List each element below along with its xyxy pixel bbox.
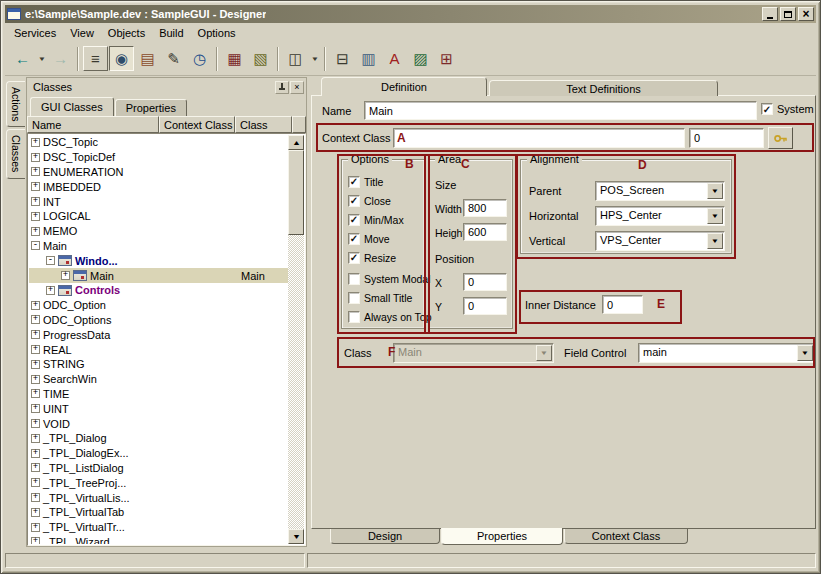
tree-row-dsc-topicdef[interactable]: +DSC_TopicDef [29, 150, 288, 165]
tree-row-main[interactable]: +MainMain [29, 268, 288, 283]
combo-view-button-dropdown[interactable]: ▼ [309, 46, 320, 71]
system-checkbox-box[interactable]: ✓ [761, 103, 773, 115]
vertical-combo-button[interactable]: ▼ [707, 233, 723, 249]
expand-icon[interactable]: + [31, 537, 40, 544]
checkbox-box[interactable]: ✓ [348, 233, 360, 245]
tree-row-string[interactable]: +STRING [29, 357, 288, 372]
tree-row-odc-option[interactable]: +ODC_Option [29, 298, 288, 313]
tree-row-time[interactable]: +TIME [29, 387, 288, 402]
expand-icon[interactable]: + [31, 301, 40, 310]
expand-icon[interactable]: + [31, 197, 40, 206]
new-form-button[interactable]: ▧ [248, 46, 273, 71]
checkbox-box[interactable]: ✓ [348, 252, 360, 264]
expand-icon[interactable]: + [31, 508, 40, 517]
expand-icon[interactable]: + [31, 523, 40, 532]
expand-icon[interactable]: + [31, 345, 40, 354]
window-list-button[interactable]: ▦ [222, 46, 247, 71]
tab-properties[interactable]: Properties [115, 99, 187, 116]
title-bar[interactable]: e:\Sample\Sample.dev : SampleGUI - Desig… [5, 5, 816, 23]
expand-icon[interactable]: + [31, 167, 40, 176]
width-input[interactable] [463, 199, 507, 217]
world-button[interactable]: ◷ [187, 46, 212, 71]
panel-close-button[interactable]: × [290, 81, 304, 94]
tab-definition[interactable]: Definition [321, 77, 487, 96]
scroll-up-button[interactable]: ▲ [288, 135, 304, 150]
library-button[interactable]: ▤ [135, 46, 160, 71]
side-tab-classes[interactable]: Classes [6, 129, 25, 179]
checkbox-box[interactable]: ✓ [348, 176, 360, 188]
expand-icon[interactable]: + [31, 463, 40, 472]
tree-row-dsc-topic[interactable]: +DSC_Topic [29, 135, 288, 150]
edit-definition-button[interactable]: ✎ [161, 46, 186, 71]
checkbox-box[interactable] [348, 273, 360, 285]
tree-row-progressdata[interactable]: +ProgressData [29, 327, 288, 342]
expand-icon[interactable]: + [31, 493, 40, 502]
expand-icon[interactable]: + [46, 286, 55, 295]
tree-row-main[interactable]: -Main [29, 239, 288, 254]
expand-icon[interactable]: + [31, 227, 40, 236]
parent-combo-button[interactable]: ▼ [707, 183, 723, 199]
expand-icon[interactable]: + [31, 434, 40, 443]
expand-icon[interactable]: + [31, 153, 40, 162]
collapse-icon[interactable]: - [46, 256, 55, 265]
context-class-key-button[interactable] [768, 127, 793, 149]
tab-properties[interactable]: Properties [441, 528, 563, 545]
checkbox-box[interactable]: ✓ [348, 214, 360, 226]
tree-row-uint[interactable]: +UINT [29, 401, 288, 416]
combo-view-button[interactable]: ◫ [283, 46, 308, 71]
menu-item-build[interactable]: Build [152, 25, 190, 41]
copy-button[interactable]: ▥ [356, 46, 381, 71]
expand-icon[interactable]: + [61, 271, 70, 280]
tree-row-memo[interactable]: +MEMO [29, 224, 288, 239]
expand-icon[interactable]: + [31, 389, 40, 398]
expand-icon[interactable]: + [31, 330, 40, 339]
tab-context-class[interactable]: Context Class [564, 529, 688, 544]
pin-button[interactable] [275, 81, 289, 94]
close-button[interactable]: × [798, 7, 814, 21]
checkbox-move[interactable]: ✓Move [348, 232, 424, 245]
back-button[interactable]: ← [10, 46, 35, 71]
field-control-combo-button[interactable]: ▼ [797, 345, 813, 361]
checkbox-small-title[interactable]: Small Title [348, 291, 424, 304]
tree-row-controls[interactable]: +Controls [29, 283, 288, 298]
font-button[interactable]: A [382, 46, 407, 71]
tree-row-real[interactable]: +REAL [29, 342, 288, 357]
checkbox-box[interactable] [348, 311, 360, 323]
tree-row-windo[interactable]: -Windo... [29, 253, 288, 268]
menu-item-services[interactable]: Services [7, 25, 63, 41]
inner-distance-input[interactable] [602, 295, 643, 314]
expand-icon[interactable]: + [31, 212, 40, 221]
x-input[interactable] [463, 273, 507, 291]
checkbox-box[interactable] [348, 292, 360, 304]
minimize-button[interactable] [762, 7, 778, 21]
expand-icon[interactable]: + [31, 182, 40, 191]
column-header-name[interactable]: Name [27, 116, 159, 133]
tree-row-enumeration[interactable]: +ENUMERATION [29, 165, 288, 180]
expand-icon[interactable]: + [31, 315, 40, 324]
expand-icon[interactable]: + [31, 419, 40, 428]
tree-row-tpl-listdialog[interactable]: +_TPL_ListDialog [29, 461, 288, 476]
context-class-count-input[interactable] [689, 128, 764, 148]
tree-row-tpl-dialogex[interactable]: +_TPL_DialogEx... [29, 446, 288, 461]
tree-row-odc-options[interactable]: +ODC_Options [29, 313, 288, 328]
tree-row-imbedded[interactable]: +IMBEDDED [29, 179, 288, 194]
expand-icon[interactable]: + [31, 449, 40, 458]
image-button[interactable]: ▨ [408, 46, 433, 71]
tree-row-tpl-virtuallis[interactable]: +_TPL_VirtualLis... [29, 490, 288, 505]
expand-icon[interactable]: + [31, 404, 40, 413]
tab-text-definitions[interactable]: Text Definitions [489, 80, 718, 96]
scroll-down-button[interactable]: ▼ [288, 529, 304, 544]
name-input[interactable] [364, 101, 757, 120]
expand-icon[interactable]: + [31, 375, 40, 384]
checkbox-box[interactable]: ✓ [348, 195, 360, 207]
checkbox-system-modal[interactable]: System Modal [348, 272, 424, 285]
hierarchy-view-button[interactable]: ≡ [83, 46, 108, 71]
tree-row-int[interactable]: +INT [29, 194, 288, 209]
side-tab-actions[interactable]: Actions [6, 81, 25, 127]
tree-row-tpl-treeproj[interactable]: +_TPL_TreeProj... [29, 475, 288, 490]
tab-gui-classes[interactable]: GUI Classes [30, 97, 114, 116]
back-button-dropdown[interactable]: ▼ [36, 46, 47, 71]
tree-row-logical[interactable]: +LOGICAL [29, 209, 288, 224]
column-header-context-class[interactable]: Context Class [159, 116, 235, 133]
height-input[interactable] [463, 223, 507, 241]
